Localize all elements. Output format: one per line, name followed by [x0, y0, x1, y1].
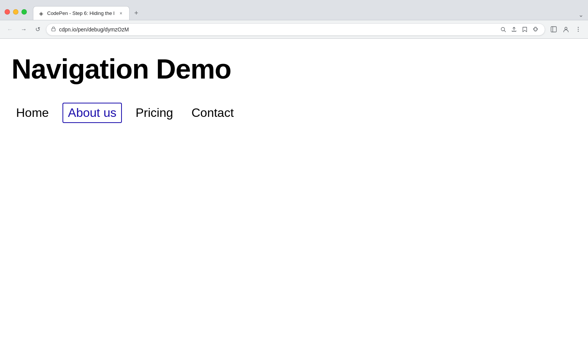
nav-item-home[interactable]: Home	[11, 103, 53, 122]
traffic-light-maximize[interactable]	[21, 9, 27, 15]
back-button[interactable]: ←	[5, 24, 15, 35]
browser-tab[interactable]: ◈ CodePen - Step 6: Hiding the l ×	[33, 6, 130, 20]
bookmark-icon[interactable]	[520, 25, 529, 34]
nav-item-pricing[interactable]: Pricing	[131, 103, 178, 122]
forward-button[interactable]: →	[18, 24, 29, 35]
svg-point-6	[565, 27, 567, 30]
address-bar[interactable]: cdpn.io/pen/debug/dymzOzM	[46, 23, 545, 36]
svg-point-7	[578, 27, 578, 28]
page-content: Navigation Demo Home About us Pricing Co…	[0, 39, 588, 364]
nav-menu: Home About us Pricing Contact	[11, 103, 577, 123]
profile-button[interactable]	[560, 24, 571, 35]
title-bar: ◈ CodePen - Step 6: Hiding the l × + ⌄	[0, 0, 588, 20]
reload-button[interactable]: ↺	[32, 24, 43, 35]
traffic-light-minimize[interactable]	[13, 9, 18, 15]
svg-marker-3	[523, 27, 527, 32]
svg-line-2	[504, 30, 506, 32]
new-tab-button[interactable]: +	[131, 8, 142, 18]
extensions-icon[interactable]	[531, 25, 540, 34]
share-icon[interactable]	[509, 25, 519, 34]
tab-overflow-chevron[interactable]: ⌄	[578, 11, 583, 18]
browser-chrome: ◈ CodePen - Step 6: Hiding the l × + ⌄ ←…	[0, 0, 588, 39]
nav-item-contact[interactable]: Contact	[187, 103, 238, 122]
svg-point-9	[578, 31, 578, 31]
svg-rect-4	[551, 27, 556, 32]
address-bar-icons	[499, 25, 540, 34]
url-display: cdpn.io/pen/debug/dymzOzM	[59, 26, 496, 33]
tab-favicon: ◈	[38, 10, 44, 16]
traffic-lights	[5, 9, 27, 15]
main-navigation: Home About us Pricing Contact	[11, 103, 577, 123]
address-bar-row: ← → ↺ cdpn.io/pen/debug/dymzOzM	[0, 20, 588, 38]
svg-point-8	[578, 29, 578, 30]
page-title: Navigation Demo	[11, 54, 577, 84]
tab-close-button[interactable]: ×	[118, 10, 125, 17]
search-icon[interactable]	[499, 25, 508, 34]
nav-item-about[interactable]: About us	[62, 103, 122, 123]
menu-button[interactable]	[573, 24, 583, 35]
svg-rect-0	[52, 28, 55, 31]
lock-icon	[51, 26, 56, 33]
tab-title: CodePen - Step 6: Hiding the l	[47, 10, 115, 16]
traffic-light-close[interactable]	[5, 9, 10, 15]
sidebar-toggle-button[interactable]	[548, 24, 559, 35]
browser-action-icons	[548, 24, 583, 35]
tab-bar: ◈ CodePen - Step 6: Hiding the l × + ⌄	[33, 4, 583, 20]
